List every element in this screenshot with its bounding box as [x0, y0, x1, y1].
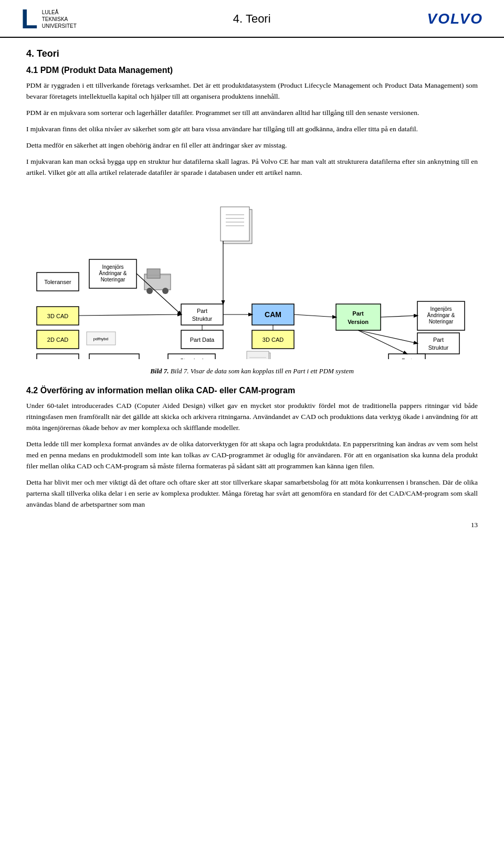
paragraph-11: Detta ledde till mer komplexa format anv…: [26, 439, 478, 472]
svg-text:Noteringar: Noteringar: [101, 277, 125, 282]
svg-point-15: [162, 288, 169, 294]
svg-text:Standard: Standard: [180, 358, 204, 359]
svg-text:3D CAD: 3D CAD: [262, 337, 284, 343]
paragraph-12: Detta har blivit mer och mer viktigt då …: [26, 477, 478, 510]
svg-rect-37: [87, 332, 116, 345]
ltu-logo: L LULEÅTEKNISKAUNIVERSITET: [21, 5, 77, 33]
svg-rect-26: [252, 330, 294, 349]
svg-line-64: [381, 316, 417, 317]
pdm-diagram: Toleranser Ingenjörs Ändringar & Noterin…: [26, 191, 478, 359]
paragraph-5: I mjukvaran kan man också bygga upp en s…: [26, 156, 478, 179]
subsection1-title: 4.1 PDM (Produkt Data Management): [26, 66, 478, 75]
paragraph-2: PDM är en mjukvara som sorterar och lage…: [26, 108, 478, 119]
svg-rect-0: [223, 209, 252, 244]
svg-text:CAM: CAM: [265, 310, 281, 319]
svg-rect-19: [181, 304, 223, 325]
diagram-svg: Toleranser Ingenjörs Ändringar & Noterin…: [26, 191, 478, 359]
subsection2-title: 4.2 Överföring av information mellan oli…: [26, 386, 478, 395]
svg-rect-35: [37, 330, 79, 349]
svg-text:Version: Version: [348, 319, 369, 325]
svg-text:Part: Part: [352, 310, 364, 317]
page-number: 13: [0, 516, 504, 534]
content-area: 4. Teori 4.1 PDM (Produkt Data Managemen…: [0, 48, 504, 510]
svg-text:Struktur: Struktur: [428, 344, 449, 351]
paragraph-10: Under 60-talet introducerades CAD (Coput…: [26, 401, 478, 434]
svg-text:Ingenjörs: Ingenjörs: [102, 264, 123, 270]
svg-line-60: [136, 274, 181, 315]
svg-text:Ingenjörs: Ingenjörs: [430, 306, 452, 312]
svg-rect-31: [417, 301, 465, 330]
svg-rect-47: [247, 351, 269, 359]
svg-text:Struktur: Struktur: [192, 316, 213, 322]
svg-rect-1: [220, 207, 249, 241]
svg-rect-43: [168, 354, 215, 359]
svg-text:Noteringar: Noteringar: [429, 319, 454, 324]
header-title: 4. Teori: [233, 12, 271, 26]
page: L LULEÅTEKNISKAUNIVERSITET 4. Teori VOLV…: [0, 0, 504, 534]
svg-rect-53: [417, 333, 459, 354]
svg-rect-24: [181, 330, 223, 349]
svg-text:Ändringar &: Ändringar &: [99, 270, 127, 276]
svg-text:3D CAD: 3D CAD: [47, 313, 68, 319]
svg-rect-6: [37, 272, 79, 291]
svg-line-68: [358, 330, 407, 354]
volvo-logo: VOLVO: [427, 11, 483, 27]
svg-rect-56: [388, 354, 425, 359]
paragraph-1: PDM är ryggraden i ett tillverkande före…: [26, 80, 478, 102]
svg-point-14: [146, 288, 153, 294]
svg-rect-17: [37, 307, 79, 325]
svg-rect-8: [89, 259, 136, 288]
svg-text:Part Data: Part Data: [190, 337, 215, 343]
paragraph-3: I mjukvaran finns det olika nivåer av sä…: [26, 124, 478, 135]
svg-rect-28: [336, 304, 381, 330]
svg-line-65: [358, 330, 417, 343]
svg-text:pdfhybd: pdfhybd: [93, 337, 108, 341]
page-header: L LULEÅTEKNISKAUNIVERSITET 4. Teori VOLV…: [0, 0, 504, 38]
diagram-caption: Bild 7. Bild 7. Visar de data som kan ko…: [26, 367, 478, 375]
svg-text:Part: Part: [197, 308, 207, 314]
svg-text:Part: Part: [433, 337, 444, 343]
svg-rect-39: [37, 354, 79, 359]
section-title: 4. Teori: [26, 48, 478, 59]
paragraph-4: Detta medför en säkerhet att ingen obehö…: [26, 140, 478, 151]
svg-rect-12: [144, 274, 171, 290]
svg-rect-41: [89, 354, 139, 359]
svg-text:Toleranser: Toleranser: [44, 279, 71, 285]
ltu-text: LULEÅTEKNISKAUNIVERSITET: [42, 9, 77, 29]
svg-line-61: [79, 315, 181, 316]
svg-line-63: [294, 315, 336, 317]
svg-rect-13: [147, 269, 160, 278]
svg-rect-46: [248, 353, 270, 359]
ltu-L-letter: L: [21, 5, 38, 33]
svg-rect-22: [252, 304, 294, 325]
svg-text:2D CAD: 2D CAD: [47, 337, 68, 343]
svg-text:Part: Part: [402, 358, 412, 359]
svg-text:Ändringar &: Ändringar &: [427, 312, 455, 318]
